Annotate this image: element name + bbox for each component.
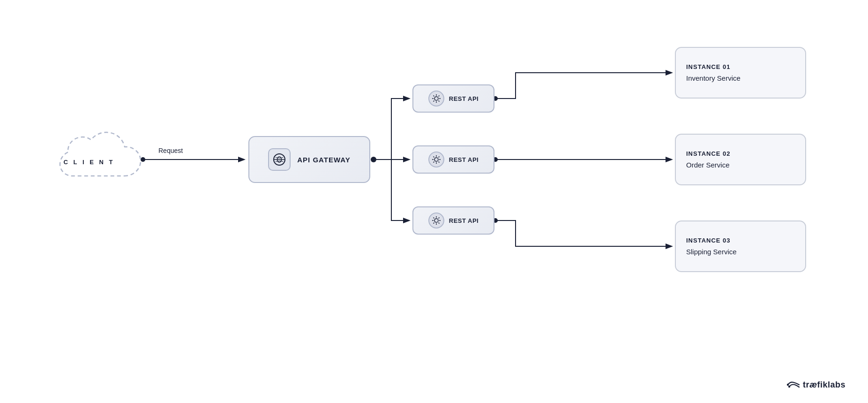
rest-label-3: REST API xyxy=(449,217,479,224)
instance-1-name: Inventory Service xyxy=(686,74,741,82)
instance-box-1: INSTANCE 01 Inventory Service xyxy=(675,47,806,99)
logo-text: træfiklabs xyxy=(803,380,846,390)
svg-point-2 xyxy=(371,157,376,162)
instance-2-number: INSTANCE 02 xyxy=(686,150,731,157)
diagram: C L I E N T Request API GATEWAY REST API xyxy=(0,0,868,403)
svg-point-10 xyxy=(434,97,438,100)
client-label: C L I E N T xyxy=(64,159,115,166)
rest-label-1: REST API xyxy=(449,95,479,102)
gateway-icon xyxy=(268,148,291,171)
svg-point-12 xyxy=(434,219,438,222)
rest-icon-2 xyxy=(428,152,444,167)
instance-3-name: Slipping Service xyxy=(686,248,737,256)
instance-box-2: INSTANCE 02 Order Service xyxy=(675,134,806,185)
instance-2-name: Order Service xyxy=(686,161,730,169)
api-gateway-box: API GATEWAY xyxy=(248,136,370,183)
svg-point-13 xyxy=(787,384,789,386)
request-label: Request xyxy=(158,147,183,154)
instance-3-number: INSTANCE 03 xyxy=(686,237,731,244)
rest-label-2: REST API xyxy=(449,156,479,163)
rest-api-box-1: REST API xyxy=(412,84,494,113)
logo-icon xyxy=(787,380,800,390)
rest-icon-1 xyxy=(428,91,444,106)
svg-point-11 xyxy=(434,158,438,161)
rest-api-box-3: REST API xyxy=(412,206,494,235)
client-cloud: C L I E N T xyxy=(28,117,150,206)
traefiklabs-logo: træfiklabs xyxy=(787,380,846,390)
instance-box-3: INSTANCE 03 Slipping Service xyxy=(675,221,806,272)
rest-icon-3 xyxy=(428,213,444,228)
svg-point-14 xyxy=(788,386,790,388)
gateway-label: API GATEWAY xyxy=(297,156,351,164)
instance-1-number: INSTANCE 01 xyxy=(686,63,731,70)
rest-api-box-2: REST API xyxy=(412,145,494,174)
